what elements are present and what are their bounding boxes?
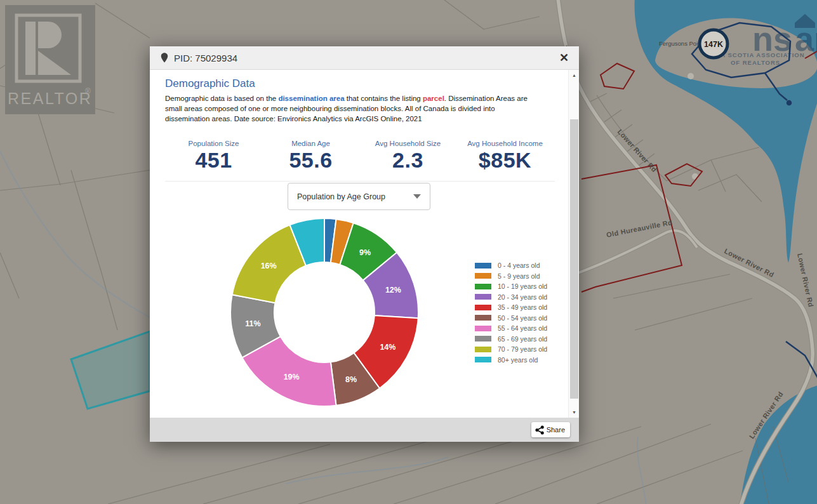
legend-label: 55 - 64 years old bbox=[498, 324, 547, 332]
legend-swatch bbox=[475, 357, 491, 362]
legend-label: 10 - 19 years old bbox=[498, 282, 547, 290]
slice-label: 9% bbox=[359, 248, 371, 257]
legend-swatch bbox=[475, 294, 491, 300]
legend-item: 10 - 19 years old bbox=[475, 281, 547, 292]
chart-legend: 0 - 4 years old5 - 9 years old10 - 19 ye… bbox=[475, 260, 547, 365]
scrollbar[interactable]: ▲ ▼ bbox=[568, 70, 579, 418]
stats-row: Population Size 451 Median Age 55.6 Avg … bbox=[165, 140, 554, 173]
section-title: Demographic Data bbox=[165, 77, 541, 90]
desc-part: that contains the listing bbox=[345, 95, 423, 102]
svg-text:REALTOR: REALTOR bbox=[8, 90, 92, 107]
stat-label: Median Age bbox=[262, 140, 359, 147]
legend-swatch bbox=[475, 347, 491, 352]
pin-icon bbox=[160, 52, 169, 63]
legend-item: 50 - 54 years old bbox=[475, 313, 547, 324]
legend-swatch bbox=[475, 273, 491, 279]
donut-chart[interactable]: 9%12%14%8%19%11%16% bbox=[229, 217, 420, 410]
legend-label: 20 - 34 years old bbox=[498, 293, 547, 301]
cluster-marker[interactable]: 147K bbox=[700, 30, 727, 58]
scroll-up-icon[interactable]: ▲ bbox=[569, 70, 579, 81]
legend-label: 0 - 4 years old bbox=[498, 262, 540, 269]
chevron-down-icon bbox=[413, 194, 421, 199]
modal-header: PID: 75029934 ✕ bbox=[150, 46, 579, 70]
share-button[interactable]: Share bbox=[531, 422, 570, 437]
legend-item: 65 - 69 years old bbox=[475, 334, 547, 345]
app-stage: Lower River Lower River Rd Lower River R… bbox=[0, 0, 817, 504]
legend-swatch bbox=[475, 326, 491, 331]
legend-item: 0 - 4 years old bbox=[475, 260, 547, 271]
modal-footer: Share bbox=[150, 418, 579, 442]
desc-part: Demographic data is based on the bbox=[165, 95, 278, 102]
legend-swatch bbox=[475, 336, 491, 342]
modal-body: Demographic Data Demographic data is bas… bbox=[150, 70, 579, 418]
legend-item: 70 - 79 years old bbox=[475, 344, 547, 355]
place-label: Fergusons Point bbox=[659, 40, 703, 47]
legend-item: 80+ years old bbox=[475, 355, 547, 366]
slice-label: 8% bbox=[345, 375, 357, 384]
legend-item: 5 - 9 years old bbox=[475, 271, 547, 282]
slice-label: 12% bbox=[385, 286, 401, 295]
slice-label: 14% bbox=[380, 343, 395, 352]
legend-item: 20 - 34 years old bbox=[475, 292, 547, 303]
stat-household-income: Avg Household Income $85K bbox=[456, 140, 554, 173]
description-text: Demographic data is based on the dissemi… bbox=[165, 94, 540, 124]
scroll-down-icon[interactable]: ▼ bbox=[569, 407, 579, 418]
slice-label: 11% bbox=[245, 319, 260, 328]
dissemination-area-link[interactable]: dissemination area bbox=[278, 95, 344, 102]
marker-count: 147K bbox=[704, 40, 723, 49]
legend-label: 80+ years old bbox=[498, 356, 538, 364]
share-icon bbox=[535, 425, 545, 435]
stat-value: 2.3 bbox=[359, 148, 456, 173]
stat-value: 451 bbox=[165, 148, 262, 173]
stat-value: 55.6 bbox=[262, 148, 359, 173]
stat-household-size: Avg Household Size 2.3 bbox=[359, 140, 456, 173]
stat-population: Population Size 451 bbox=[165, 140, 262, 173]
stat-value: $85K bbox=[456, 148, 554, 173]
close-icon[interactable]: ✕ bbox=[559, 52, 569, 63]
legend-swatch bbox=[475, 263, 491, 269]
svg-text:OF REALTORS: OF REALTORS bbox=[731, 59, 780, 66]
legend-label: 70 - 79 years old bbox=[498, 345, 547, 353]
svg-text:®: ® bbox=[85, 87, 91, 96]
legend-swatch bbox=[475, 284, 491, 289]
legend-swatch bbox=[475, 305, 491, 310]
stat-label: Avg Household Income bbox=[456, 140, 554, 147]
chart-type-dropdown[interactable]: Population by Age Group bbox=[288, 183, 430, 210]
stat-median-age: Median Age 55.6 bbox=[262, 140, 359, 173]
legend-swatch bbox=[475, 315, 491, 321]
share-label: Share bbox=[547, 426, 565, 434]
stat-label: Population Size bbox=[165, 140, 262, 147]
pid-modal: PID: 75029934 ✕ Demographic Data Demogra… bbox=[150, 46, 579, 442]
scrollbar-thumb[interactable] bbox=[570, 119, 578, 399]
legend-label: 65 - 69 years old bbox=[498, 335, 547, 343]
legend-label: 5 - 9 years old bbox=[498, 272, 540, 280]
stat-label: Avg Household Size bbox=[359, 140, 456, 147]
slice-label: 19% bbox=[284, 373, 300, 381]
divider bbox=[165, 181, 555, 182]
parcel-link[interactable]: parcel bbox=[423, 95, 444, 102]
legend-label: 35 - 49 years old bbox=[498, 303, 547, 311]
legend-label: 50 - 54 years old bbox=[498, 314, 547, 322]
modal-title: PID: 75029934 bbox=[174, 53, 237, 63]
realtor-watermark: REALTOR ® bbox=[5, 5, 95, 114]
dropdown-value: Population by Age Group bbox=[297, 192, 385, 201]
slice-label: 16% bbox=[261, 262, 277, 270]
legend-item: 35 - 49 years old bbox=[475, 302, 547, 313]
legend-item: 55 - 64 years old bbox=[475, 323, 547, 334]
